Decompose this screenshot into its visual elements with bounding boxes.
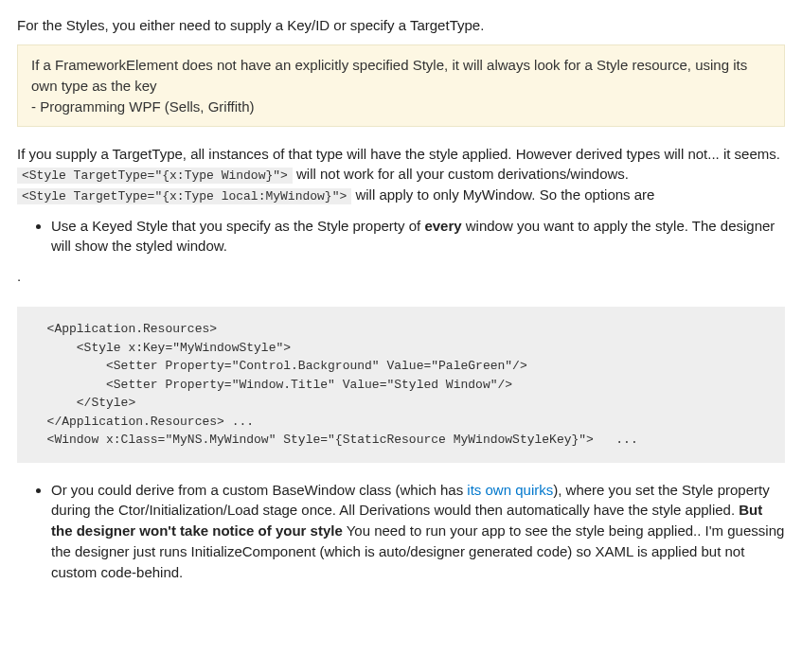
bullet1-bold: every (424, 218, 461, 234)
para2-a: If you supply a TargetType, all instance… (17, 146, 780, 162)
para2-c: will apply to only MyWindow. So the opti… (351, 186, 654, 203)
explanation-paragraph: If you supply a TargetType, all instance… (17, 144, 785, 205)
list-item: Use a Keyed Style that you specify as th… (51, 216, 785, 257)
intro-paragraph: For the Styles, you either need to suppl… (17, 15, 785, 35)
quote-block: If a FrameworkElement does not have an e… (17, 44, 785, 127)
code-block: <Application.Resources> <Style x:Key="My… (17, 307, 785, 463)
quirks-link[interactable]: its own quirks (467, 482, 553, 498)
ellipsis-dot: . (17, 266, 785, 286)
quote-text: If a FrameworkElement does not have an e… (31, 57, 747, 94)
para2-b: will not work for all your custom deriva… (293, 166, 629, 182)
inline-code-2: <Style TargetType="{x:Type local:MyWindo… (17, 188, 351, 204)
quote-attribution: - Programming WPF (Sells, Griffith) (31, 98, 255, 115)
options-list-1: Use a Keyed Style that you specify as th… (17, 216, 785, 257)
list-item: Or you could derive from a custom BaseWi… (51, 480, 785, 583)
options-list-2: Or you could derive from a custom BaseWi… (17, 480, 785, 583)
inline-code-1: <Style TargetType="{x:Type Window}"> (17, 168, 293, 184)
bullet2-a: Or you could derive from a custom BaseWi… (51, 482, 467, 498)
bullet1-a: Use a Keyed Style that you specify as th… (51, 218, 424, 234)
